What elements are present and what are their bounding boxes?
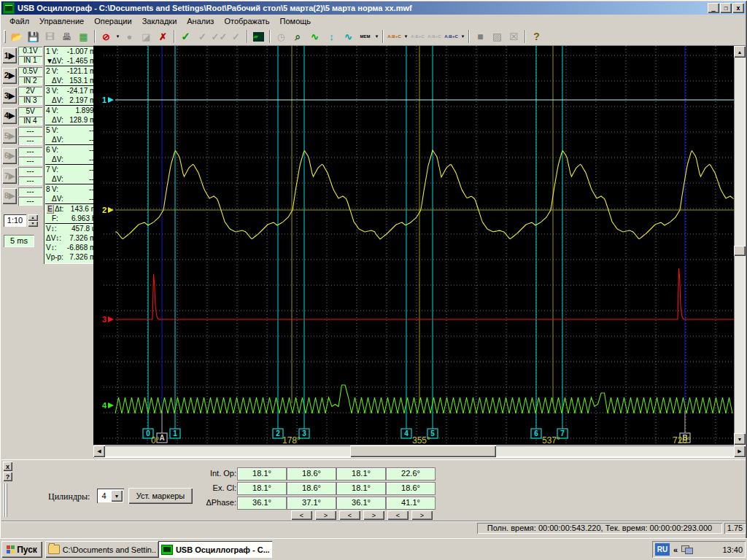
channel-5-input[interactable]: --- bbox=[18, 136, 42, 145]
chevron-down-icon[interactable]: ▼ bbox=[403, 28, 409, 44]
panel-close-button[interactable]: x bbox=[3, 462, 12, 471]
panel-help-button[interactable]: ? bbox=[3, 472, 12, 481]
cylinder-prev-button[interactable]: < bbox=[291, 510, 312, 520]
menu-item-файл[interactable]: Файл bbox=[4, 15, 34, 27]
channel-3-range[interactable]: 2V bbox=[18, 87, 42, 96]
cylinder-next-button[interactable]: > bbox=[315, 510, 336, 520]
horizontal-scrollbar[interactable]: ◀ ▶ bbox=[93, 446, 746, 457]
accept-icon[interactable]: ✓ bbox=[177, 28, 194, 44]
degree-label-0°: 0° bbox=[151, 435, 160, 445]
script-open-icon[interactable]: A:B+C bbox=[386, 28, 403, 44]
channel-4-range[interactable]: 5V bbox=[18, 107, 42, 116]
scope-icon bbox=[161, 545, 173, 555]
channel-3-input[interactable]: IN 3 bbox=[18, 96, 42, 105]
toolbar-grip[interactable] bbox=[4, 30, 6, 43]
save-fragment-icon-glyph: 🎞 bbox=[45, 31, 55, 42]
vertical-scrollbar[interactable]: ▲ ▼ bbox=[734, 46, 746, 445]
panel-grip[interactable] bbox=[4, 483, 8, 517]
minimize-button[interactable]: _ bbox=[708, 3, 719, 13]
channel-2-button[interactable]: 2▶ bbox=[2, 68, 17, 84]
accept-skip-icon: ✓ bbox=[228, 28, 244, 44]
spin-down-icon[interactable]: ▼ bbox=[28, 221, 38, 228]
channel-3-button[interactable]: 3▶ bbox=[2, 88, 17, 104]
channel-1-input[interactable]: IN 1 bbox=[18, 56, 42, 65]
oscilloscope-plot[interactable]: 123401234567AB0°178°355°537°720° bbox=[93, 46, 734, 445]
help-icon[interactable]: ? bbox=[528, 28, 545, 44]
clock: 13:40 bbox=[722, 545, 743, 554]
channel-6-range[interactable]: --- bbox=[18, 147, 42, 156]
probe-scale-spinner: ▲ ▼ bbox=[28, 214, 38, 227]
channel-6-button[interactable]: 6▶ bbox=[2, 148, 17, 164]
xy-mode-icon[interactable]: ▰ bbox=[250, 28, 267, 44]
wave-cursors-icon[interactable]: ∿ bbox=[340, 28, 357, 44]
channel-2-input[interactable]: IN 2 bbox=[18, 77, 42, 85]
spin-up-icon[interactable]: ▲ bbox=[28, 214, 38, 221]
channel-4-input[interactable]: IN 4 bbox=[18, 117, 42, 125]
cylinder-prev-button[interactable]: < bbox=[339, 510, 360, 520]
waveform-3 bbox=[115, 268, 734, 319]
tray-collapse-icon[interactable]: « bbox=[673, 545, 678, 554]
menu-item-закладки[interactable]: Закладки bbox=[137, 15, 182, 27]
save-file-icon[interactable]: 💾 bbox=[25, 28, 42, 44]
menu-item-управление[interactable]: Управление bbox=[34, 15, 89, 27]
restore-button[interactable]: ❐ bbox=[720, 3, 732, 13]
scroll-left-icon[interactable]: ◀ bbox=[93, 446, 105, 457]
menu-item-отображать[interactable]: Отображать bbox=[219, 15, 274, 27]
scroll-down-icon[interactable]: ▼ bbox=[734, 433, 746, 445]
view-single-icon[interactable]: ■ bbox=[472, 28, 489, 44]
menu-item-анализ[interactable]: Анализ bbox=[182, 15, 219, 27]
title-bar[interactable]: USB Осциллограф - C:\Documents and Setti… bbox=[1, 1, 746, 15]
channel-4-button[interactable]: 4▶ bbox=[2, 108, 17, 124]
channel-5-button[interactable]: 5▶ bbox=[2, 128, 17, 144]
print-icon[interactable]: 🖶 bbox=[58, 28, 75, 44]
scroll-right-icon[interactable]: ▶ bbox=[734, 446, 746, 457]
edge-select-button[interactable]: E bbox=[46, 204, 54, 214]
cylinders-select[interactable]: 4 ▼ bbox=[97, 489, 124, 503]
cylinder-next-button[interactable]: > bbox=[363, 510, 384, 520]
chevron-down-icon[interactable]: ▼ bbox=[460, 28, 466, 44]
chevron-down-icon[interactable]: ▼ bbox=[374, 28, 380, 44]
channel-8-input[interactable]: --- bbox=[18, 197, 42, 206]
xy-mode-icon-glyph: ▰ bbox=[253, 32, 264, 42]
start-button[interactable]: Пуск bbox=[1, 541, 42, 558]
search-icon[interactable]: ⌕ bbox=[290, 28, 306, 44]
menu-item-операции[interactable]: Операции bbox=[89, 15, 136, 27]
channel-2-range[interactable]: 0.5V bbox=[18, 67, 42, 76]
vertical-cursors-icon[interactable]: ↕ bbox=[323, 28, 340, 44]
channel-row-4: 4▶5VIN 4 bbox=[1, 106, 42, 125]
channel-5-range[interactable]: --- bbox=[18, 127, 42, 136]
taskbar-task-1[interactable]: C:\Documents and Settin... bbox=[45, 541, 159, 558]
stop-acquisition-icon[interactable]: ⊘ bbox=[98, 28, 115, 44]
channel-7-button[interactable]: 7▶ bbox=[2, 168, 17, 184]
delete-record-icon[interactable]: ✗ bbox=[155, 28, 171, 44]
language-indicator[interactable]: RU bbox=[655, 543, 670, 556]
script-run-icon-glyph: A:B+C bbox=[411, 34, 425, 39]
channel-1-range[interactable]: 0.1V bbox=[18, 47, 42, 55]
network-icon[interactable] bbox=[681, 545, 693, 554]
folder-icon bbox=[48, 545, 60, 554]
channel-1-button[interactable]: 1▶ bbox=[2, 47, 17, 63]
timebase-field[interactable]: 5 ms bbox=[4, 235, 34, 247]
horizontal-scroll-thumb[interactable] bbox=[350, 446, 496, 457]
taskbar-task-2[interactable]: USB Осциллограф - C... bbox=[158, 541, 272, 558]
fit-signal-icon[interactable]: ∿ bbox=[306, 28, 323, 44]
channel-6-input[interactable]: --- bbox=[18, 157, 42, 166]
channel-7-input[interactable]: --- bbox=[18, 176, 42, 185]
close-button[interactable]: x bbox=[732, 3, 744, 13]
menu-item-помощь[interactable]: Помощь bbox=[275, 15, 317, 27]
cylinder-prev-button[interactable]: < bbox=[387, 510, 409, 520]
chevron-down-icon[interactable]: ▼ bbox=[111, 490, 123, 502]
script-panel-icon[interactable]: A:B+C bbox=[443, 28, 460, 44]
chevron-down-icon[interactable]: ▼ bbox=[115, 28, 121, 44]
scroll-up-icon[interactable]: ▲ bbox=[734, 46, 746, 58]
channel-8-button[interactable]: 8▶ bbox=[2, 188, 17, 204]
open-file-icon[interactable]: 📂 bbox=[8, 28, 25, 44]
device-settings-icon[interactable]: ▦ bbox=[75, 28, 92, 44]
vertical-scroll-thumb[interactable] bbox=[734, 246, 746, 256]
cylinder-next-button[interactable]: > bbox=[411, 510, 433, 520]
channel-7-range[interactable]: --- bbox=[18, 167, 42, 176]
memory-icon[interactable]: MEM bbox=[357, 28, 374, 44]
script-stop-icon-glyph: A:B+C bbox=[427, 34, 441, 39]
probe-scale-field[interactable]: 1:10 bbox=[4, 214, 26, 227]
channel-8-range[interactable]: --- bbox=[18, 187, 42, 196]
